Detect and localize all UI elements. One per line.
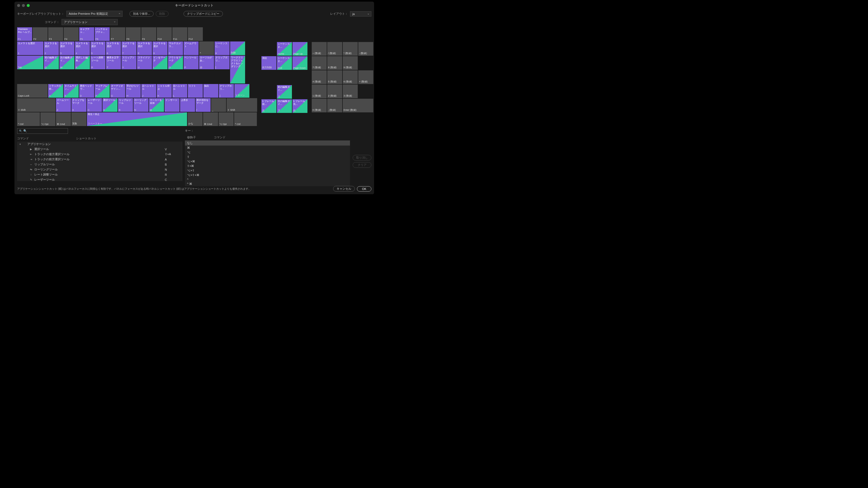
command-tree[interactable]: ▾アプリケーション▶選択ツールV⇤トラックの後方選択ツール⇧+A⇥トラックの前方… xyxy=(17,142,182,181)
modifier-list[interactable]: なし⌘⌥⇧⌥+⌘⇧+⌘⌥+⇧⌥+⇧+⌘^^ ⌘ xyxy=(185,141,350,186)
key-1[interactable]: カメラ 1 を選択1 xyxy=(17,41,43,55)
key-8[interactable]: カメラ 8 を選択8 xyxy=(137,41,152,55)
key-3[interactable]: 3 (数値) xyxy=(343,85,358,98)
key-ctrl[interactable]: ^ Ctrl xyxy=(17,112,40,126)
key-home[interactable]: シーケンスま...Home xyxy=(277,42,292,56)
key-[interactable]: . (数値) xyxy=(327,99,342,112)
key-[interactable]: 選択項目をマーク/ xyxy=(195,98,211,112)
tree-item[interactable]: ⇥トラックの前方選択ツールA xyxy=(17,157,182,162)
key-e[interactable]: 選択した編集...E xyxy=(75,56,90,69)
key-8[interactable]: 8 (数値) xyxy=(327,56,342,70)
preset-dropdown[interactable]: Adobe Premiere Pro 初期設定 xyxy=(66,11,123,17)
key-[interactable]: クリップボリ...[ xyxy=(215,56,229,69)
key-enter[interactable]: Enter (数値) xyxy=(343,99,373,112)
key-f2[interactable]: F2 xyxy=(33,27,48,41)
modifier-row[interactable]: なし xyxy=(185,141,350,146)
modifier-row[interactable]: ⌥+⇧+⌘ xyxy=(185,173,350,177)
key-pageup[interactable]: Page Up xyxy=(292,42,307,56)
key-t[interactable]: 横書き文字ツールT xyxy=(106,56,121,69)
key-[interactable]: カーソルがあ...@ xyxy=(199,56,214,69)
key-1[interactable]: 1 (数値) xyxy=(312,85,327,98)
key-f[interactable]: マッチフレームF xyxy=(95,84,110,98)
key-[interactable]: 1 フレーム先...右 xyxy=(292,99,307,113)
ok-button[interactable]: OK xyxy=(357,186,371,191)
key-g[interactable]: オーディオゲイン...G xyxy=(110,84,125,98)
key-cmd[interactable]: ⌘ Cmd xyxy=(56,112,71,126)
tree-item[interactable]: ↔リップルツールB xyxy=(17,162,182,167)
key-[interactable]: かな xyxy=(188,112,203,126)
tree-item[interactable]: ⇆ローリングツールN xyxy=(17,167,182,172)
command-dropdown[interactable]: アプリケーション xyxy=(62,19,118,25)
key-6[interactable]: カメラ 6 を選択6 xyxy=(106,41,121,55)
tree-item[interactable]: ⇤トラックの後方選択ツール⇧+A xyxy=(17,152,182,157)
key-f7[interactable]: F7 xyxy=(110,27,125,41)
key-i[interactable]: インをマークI xyxy=(153,56,167,69)
modifier-row[interactable]: ^ xyxy=(185,177,350,182)
key-[interactable]: リターン xyxy=(235,84,249,98)
key-f6[interactable]: バッチキャプチャ...F6 xyxy=(95,27,110,41)
key-f9[interactable]: F9 xyxy=(141,27,156,41)
key-j[interactable]: 左へシャトルJ xyxy=(141,84,156,98)
modifier-row[interactable]: ⌥+⌘ xyxy=(185,159,350,164)
key-[interactable]: クリップボリ...] xyxy=(219,84,234,98)
key-l[interactable]: 右へシャトルL xyxy=(172,84,187,98)
key-5[interactable]: カメラ 5 を選択5 xyxy=(90,41,105,55)
key-b[interactable]: リップルツールB xyxy=(118,98,133,112)
key-[interactable]: - (数値) xyxy=(358,42,373,56)
key-[interactable]: = (数値) xyxy=(312,42,327,56)
key-[interactable]: 前の編集ポイ...上 xyxy=(277,85,292,99)
key-cmd[interactable]: ⌘ Cmd xyxy=(203,112,218,126)
modifier-row[interactable]: ⌘ xyxy=(185,146,350,150)
key-4[interactable]: 4 (数値) xyxy=(312,70,327,84)
key-f4[interactable]: F4 xyxy=(64,27,79,41)
cancel-button[interactable]: キャンセル xyxy=(333,186,355,191)
key-[interactable]: 削除 xyxy=(230,41,245,55)
key-o[interactable]: アウトをマークO xyxy=(168,56,183,69)
key-capslock[interactable]: Caps Lock xyxy=(17,84,48,98)
key-ctrl[interactable]: ^ Ctrl xyxy=(234,112,257,126)
search-input[interactable]: 🔍 xyxy=(17,128,68,134)
tree-item[interactable]: ▾アプリケーション xyxy=(17,142,182,147)
key-pagedown[interactable]: Page Down xyxy=(292,56,307,70)
modifier-row[interactable]: ⇧ xyxy=(185,155,350,159)
tree-item[interactable]: ▶選択ツールV xyxy=(17,147,182,152)
key-3[interactable]: カメラ 3 を選択3 xyxy=(59,41,74,55)
key-c[interactable]: レーザーツールC xyxy=(87,98,102,112)
key-[interactable]: ズームアウト- xyxy=(184,41,198,55)
key-w[interactable]: 次の編集ポイ...W xyxy=(59,56,74,69)
key-[interactable]: ワークエリアでエフェクトをレンダリング xyxy=(230,56,245,84)
key-k[interactable]: シャトル停止K xyxy=(157,84,172,98)
key-9[interactable]: カメラ 9 を選択9 xyxy=(153,41,167,55)
key-[interactable]: シーケンスに...¥ xyxy=(215,41,229,55)
key-[interactable]: 次の編集ポイ...下 xyxy=(277,99,292,113)
key-z[interactable]: ズームツールZ xyxy=(56,98,71,112)
key-[interactable]: 上書き. xyxy=(180,98,195,112)
key-u[interactable]: スライドツールU xyxy=(137,56,152,69)
key-[interactable]: インサート, xyxy=(164,98,180,112)
key-v[interactable]: 選択ツールV xyxy=(102,98,118,112)
key-5[interactable]: 5 (数値) xyxy=(327,70,342,84)
key-f1[interactable]: Premiere Pro ヘルプ...F1 xyxy=(17,27,32,41)
key-d[interactable]: 再生ヘッドで...D xyxy=(79,84,94,98)
key-[interactable]: 再生 / 停止スペースキー xyxy=(87,112,187,126)
key-shift[interactable]: ⇧ Shift xyxy=(227,98,257,112)
copy-clipboard-button[interactable]: クリップボードにコピー xyxy=(184,11,223,17)
modifier-row[interactable]: ⇧+⌘ xyxy=(185,164,350,168)
modifier-row[interactable]: ⌥ xyxy=(185,150,350,155)
key-y[interactable]: スリップツールY xyxy=(122,56,136,69)
key-a[interactable]: トラックの前...A xyxy=(48,84,63,98)
key-f11[interactable]: F11 xyxy=(172,27,187,41)
key-[interactable]: _ xyxy=(211,98,226,112)
key-9[interactable]: 9 (数値) xyxy=(343,56,358,70)
key-x[interactable]: クリップをマークX xyxy=(71,98,86,112)
key-[interactable]: * (数値) xyxy=(343,42,358,56)
key-end[interactable]: シーケンスま...End xyxy=(277,56,292,70)
key-p[interactable]: ペンツールP xyxy=(184,56,198,69)
modifier-row[interactable]: ⌥+⇧ xyxy=(185,168,350,173)
key-shift[interactable]: ⇧ Shift xyxy=(17,98,55,112)
key-0[interactable]: 0 (数値) xyxy=(312,99,327,112)
key-4[interactable]: カメラ 4 を選択4 xyxy=(75,41,90,55)
key-opt[interactable]: ⌥ Opt xyxy=(219,112,234,126)
key-7[interactable]: カメラ 7 を選択7 xyxy=(122,41,136,55)
key-s[interactable]: タイムライン...S xyxy=(64,84,79,98)
